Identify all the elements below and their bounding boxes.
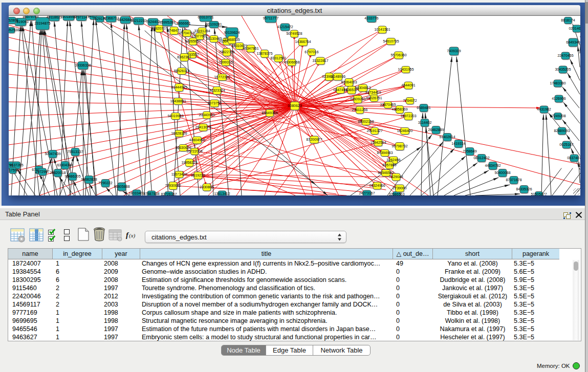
svg-text:18033401: 18033401 — [128, 191, 144, 195]
svg-text:3262456: 3262456 — [386, 158, 400, 162]
svg-text:56304813: 56304813 — [355, 86, 371, 90]
svg-text:49920707: 49920707 — [151, 27, 167, 30]
svg-text:95722008: 95722008 — [186, 149, 202, 153]
svg-text:88002158: 88002158 — [358, 120, 374, 123]
svg-text:37323324: 37323324 — [209, 89, 225, 92]
svg-text:83312581: 83312581 — [270, 56, 286, 60]
svg-text:23468535: 23468535 — [224, 38, 239, 41]
svg-text:7290222: 7290222 — [98, 181, 112, 185]
svg-text:46347861: 46347861 — [243, 47, 258, 50]
svg-text:0837407: 0837407 — [567, 156, 580, 160]
svg-text:84335326: 84335326 — [516, 187, 532, 191]
svg-text:51505877: 51505877 — [531, 192, 547, 195]
svg-text:8362361: 8362361 — [177, 55, 191, 59]
svg-text:14852538: 14852538 — [9, 28, 19, 32]
svg-text:02014620: 02014620 — [569, 27, 580, 30]
svg-text:49118625: 49118625 — [47, 16, 62, 19]
svg-text:8057889: 8057889 — [382, 163, 396, 167]
svg-text:3852808: 3852808 — [9, 18, 18, 22]
svg-text:88526114: 88526114 — [174, 69, 190, 73]
svg-text:33734419: 33734419 — [365, 91, 381, 94]
svg-text:90139624: 90139624 — [224, 31, 239, 34]
svg-text:(x): (x) — [129, 232, 136, 239]
svg-text:1637265: 1637265 — [9, 163, 23, 167]
svg-text:11673420: 11673420 — [171, 172, 187, 176]
svg-text:16438831: 16438831 — [170, 99, 186, 103]
svg-text:24273167: 24273167 — [359, 191, 375, 195]
svg-text:20191327: 20191327 — [366, 129, 382, 133]
svg-text:87200977: 87200977 — [306, 138, 322, 141]
svg-text:6849340: 6849340 — [566, 40, 580, 44]
svg-text:49306668: 49306668 — [284, 60, 299, 64]
svg-text:7764672: 7764672 — [403, 99, 417, 102]
svg-text:3114402: 3114402 — [418, 121, 432, 124]
svg-text:60026751: 60026751 — [366, 96, 382, 100]
svg-text:08312402: 08312402 — [473, 156, 489, 160]
svg-text:83726167: 83726167 — [161, 192, 177, 195]
svg-text:14366764: 14366764 — [295, 40, 311, 43]
svg-text:2739000: 2739000 — [393, 186, 406, 190]
svg-text:30435205: 30435205 — [555, 68, 571, 71]
svg-text:9619239: 9619239 — [191, 173, 205, 177]
svg-text:57249208: 57249208 — [550, 114, 565, 118]
svg-text:64265651: 64265651 — [185, 39, 201, 43]
svg-text:99798732: 99798732 — [391, 144, 407, 148]
svg-text:20340930: 20340930 — [199, 113, 214, 117]
svg-text:54610735: 54610735 — [383, 39, 399, 43]
svg-text:1073750: 1073750 — [207, 101, 221, 105]
svg-text:11246400: 11246400 — [397, 129, 413, 133]
svg-text:4126906: 4126906 — [552, 97, 565, 100]
svg-text:95486205: 95486205 — [64, 174, 80, 178]
svg-text:15377602: 15377602 — [191, 34, 207, 38]
svg-text:81444945: 81444945 — [171, 85, 187, 89]
svg-text:50749528: 50749528 — [286, 32, 302, 35]
svg-text:41215472: 41215472 — [277, 25, 293, 29]
svg-text:0399315: 0399315 — [219, 60, 232, 64]
svg-text:83064003: 83064003 — [341, 80, 357, 84]
svg-text:84649366: 84649366 — [262, 111, 277, 115]
svg-text:90109281: 90109281 — [206, 23, 222, 26]
svg-text:10431955: 10431955 — [398, 68, 413, 71]
svg-text:55706360: 55706360 — [390, 53, 406, 57]
svg-text:87394983: 87394983 — [377, 151, 393, 155]
svg-text:42366712: 42366712 — [103, 16, 119, 20]
svg-text:27611256: 27611256 — [352, 108, 368, 112]
svg-text:11148936: 11148936 — [330, 75, 345, 78]
svg-text:22470455: 22470455 — [557, 54, 573, 57]
svg-text:47887838: 47887838 — [143, 192, 159, 195]
svg-text:80175989: 80175989 — [9, 168, 21, 172]
svg-text:51402614: 51402614 — [439, 135, 455, 139]
svg-text:36630626: 36630626 — [175, 146, 191, 149]
svg-text:32870465: 32870465 — [380, 103, 396, 106]
svg-text:23194875: 23194875 — [34, 21, 50, 25]
svg-text:17483380: 17483380 — [550, 81, 565, 85]
svg-text:72930682: 72930682 — [165, 184, 181, 187]
svg-text:91805888: 91805888 — [114, 185, 129, 188]
svg-text:7924402: 7924402 — [146, 20, 160, 24]
svg-text:0080623: 0080623 — [288, 104, 301, 107]
svg-text:00324966: 00324966 — [369, 184, 385, 187]
svg-text:28820018: 28820018 — [50, 171, 66, 174]
svg-text:8818174: 8818174 — [561, 18, 575, 22]
svg-text:4431982: 4431982 — [537, 107, 551, 111]
svg-text:6797016: 6797016 — [304, 50, 318, 54]
svg-text:50400088: 50400088 — [494, 171, 510, 174]
svg-text:33191284: 33191284 — [194, 29, 210, 33]
svg-text:16772326: 16772326 — [214, 75, 230, 79]
svg-text:35972203: 35972203 — [400, 114, 416, 118]
svg-text:13878375: 13878375 — [256, 52, 272, 55]
svg-text:10141561: 10141561 — [374, 28, 390, 31]
svg-text:2972997: 2972997 — [35, 170, 49, 173]
svg-text:86546592: 86546592 — [378, 171, 394, 174]
svg-text:50047439: 50047439 — [45, 152, 60, 156]
svg-text:15942594: 15942594 — [370, 141, 386, 144]
svg-text:70822765: 70822765 — [219, 50, 234, 54]
svg-text:94019953: 94019953 — [167, 114, 183, 118]
svg-text:7409319: 7409319 — [447, 49, 461, 53]
svg-text:87371678: 87371678 — [506, 178, 521, 182]
svg-text:63304348: 63304348 — [57, 163, 73, 167]
svg-text:32686563: 32686563 — [388, 192, 404, 195]
svg-text:39336338: 39336338 — [75, 63, 91, 67]
svg-text:6589481: 6589481 — [417, 106, 430, 110]
svg-text:7058649: 7058649 — [463, 149, 476, 153]
